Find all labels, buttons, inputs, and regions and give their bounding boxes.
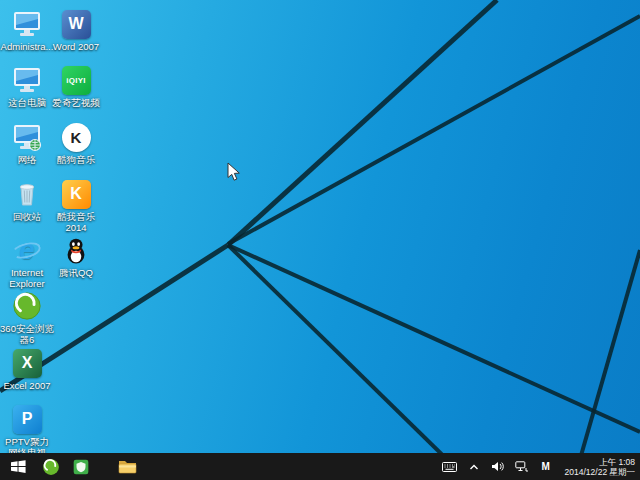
desktop-icon-label: 这台电脑 xyxy=(0,97,54,108)
qq-penguin-icon xyxy=(60,234,92,266)
desktop-icon-iqiyi[interactable]: iQIYI 爱奇艺视频 xyxy=(49,64,103,108)
tray-time: 上午 1:08 xyxy=(565,457,635,467)
desktop-icon-label: 爱奇艺视频 xyxy=(49,97,103,108)
desktop-icon-label: 网络 xyxy=(0,154,54,165)
start-button[interactable] xyxy=(0,453,36,480)
mouse-cursor xyxy=(227,162,241,186)
desktop-icon-label: 酷我音乐2014 xyxy=(49,211,103,233)
360-browser-icon xyxy=(11,290,43,322)
desktop-icon-kugou[interactable]: K 酷狗音乐 xyxy=(49,121,103,165)
taskbar: M 上午 1:08 2014/12/22 星期一 xyxy=(0,453,640,480)
computer-icon xyxy=(11,64,43,96)
desktop-icon-label: Word 2007 xyxy=(49,41,103,52)
desktop-icon-label: Excel 2007 xyxy=(0,380,54,391)
desktop-icon-qq[interactable]: 腾讯QQ xyxy=(49,234,103,278)
tray-date: 2014/12/22 星期一 xyxy=(565,467,635,477)
desktop-icon-kuwo[interactable]: K 酷我音乐2014 xyxy=(49,178,103,233)
computer-icon xyxy=(11,8,43,40)
touch-keyboard-icon[interactable] xyxy=(441,453,459,480)
desktop-icon-label: Administra... xyxy=(0,41,54,52)
desktop-icon-pptv[interactable]: P PPTV聚力 网络电视 xyxy=(0,403,54,458)
kugou-icon: K xyxy=(60,121,92,153)
desktop-icon-this-pc[interactable]: 这台电脑 xyxy=(0,64,54,108)
desktop-icon-label: Internet Explorer xyxy=(0,267,54,289)
desktop-icon-internet-explorer[interactable]: e Internet Explorer xyxy=(0,234,54,289)
taskbar-clock[interactable]: 上午 1:08 2014/12/22 星期一 xyxy=(561,457,635,477)
network-icon[interactable] xyxy=(513,453,531,480)
recycle-bin-icon xyxy=(11,178,43,210)
desktop-icon-network[interactable]: 网络 xyxy=(0,121,54,165)
taskbar-360-browser-icon[interactable] xyxy=(36,453,66,480)
desktop-icon-word-2007[interactable]: W Word 2007 xyxy=(49,8,103,52)
desktop: Administra... 这台电脑 网络 回收站 e Internet Exp… xyxy=(0,0,640,480)
windows-logo-icon xyxy=(11,459,26,474)
taskbar-tray: M 上午 1:08 2014/12/22 星期一 xyxy=(441,453,640,480)
desktop-icon-label: 腾讯QQ xyxy=(49,267,103,278)
taskbar-file-explorer-icon[interactable] xyxy=(112,453,142,480)
desktop-icon-360-browser[interactable]: 360安全浏览器6 xyxy=(0,290,54,345)
network-icon xyxy=(11,121,43,153)
taskbar-green-app-icon[interactable] xyxy=(66,453,96,480)
kuwo-icon: K xyxy=(60,178,92,210)
internet-explorer-icon: e xyxy=(11,234,43,266)
pptv-icon: P xyxy=(11,403,43,435)
input-method-indicator[interactable]: M xyxy=(537,453,555,480)
desktop-icon-label: 回收站 xyxy=(0,211,54,222)
desktop-icon-label: 360安全浏览器6 xyxy=(0,323,54,345)
iqiyi-icon: iQIYI xyxy=(60,64,92,96)
word-icon: W xyxy=(60,8,92,40)
excel-icon: X xyxy=(11,347,43,379)
show-hidden-icons-chevron-icon[interactable] xyxy=(465,453,483,480)
desktop-icon-administrator[interactable]: Administra... xyxy=(0,8,54,52)
volume-icon[interactable] xyxy=(489,453,507,480)
desktop-icon-label: 酷狗音乐 xyxy=(49,154,103,165)
desktop-icon-recycle-bin[interactable]: 回收站 xyxy=(0,178,54,222)
taskbar-apps xyxy=(0,453,142,480)
desktop-icon-excel-2007[interactable]: X Excel 2007 xyxy=(0,347,54,391)
